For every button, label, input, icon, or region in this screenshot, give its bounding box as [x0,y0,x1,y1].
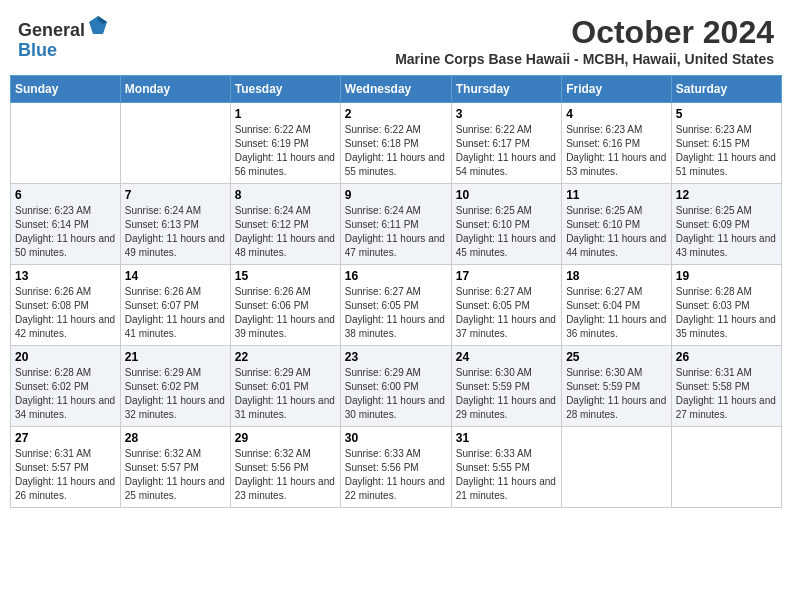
weekday-header-sunday: Sunday [11,76,121,103]
day-cell-5: 5Sunrise: 6:23 AMSunset: 6:15 PMDaylight… [671,103,781,184]
day-info: Sunrise: 6:29 AMSunset: 6:02 PMDaylight:… [125,366,226,422]
day-info: Sunrise: 6:23 AMSunset: 6:16 PMDaylight:… [566,123,667,179]
logo-blue-text: Blue [18,40,57,60]
calendar-table: SundayMondayTuesdayWednesdayThursdayFrid… [10,75,782,508]
day-number: 28 [125,431,226,445]
empty-cell [562,427,672,508]
day-number: 2 [345,107,447,121]
day-cell-6: 6Sunrise: 6:23 AMSunset: 6:14 PMDaylight… [11,184,121,265]
day-info: Sunrise: 6:27 AMSunset: 6:05 PMDaylight:… [456,285,557,341]
day-cell-22: 22Sunrise: 6:29 AMSunset: 6:01 PMDayligh… [230,346,340,427]
day-number: 21 [125,350,226,364]
day-info: Sunrise: 6:22 AMSunset: 6:18 PMDaylight:… [345,123,447,179]
day-number: 7 [125,188,226,202]
empty-cell [11,103,121,184]
day-number: 29 [235,431,336,445]
day-number: 30 [345,431,447,445]
day-cell-1: 1Sunrise: 6:22 AMSunset: 6:19 PMDaylight… [230,103,340,184]
day-info: Sunrise: 6:31 AMSunset: 5:57 PMDaylight:… [15,447,116,503]
day-number: 10 [456,188,557,202]
day-number: 12 [676,188,777,202]
day-cell-23: 23Sunrise: 6:29 AMSunset: 6:00 PMDayligh… [340,346,451,427]
empty-cell [120,103,230,184]
week-row-3: 13Sunrise: 6:26 AMSunset: 6:08 PMDayligh… [11,265,782,346]
day-number: 3 [456,107,557,121]
day-cell-3: 3Sunrise: 6:22 AMSunset: 6:17 PMDaylight… [451,103,561,184]
day-number: 27 [15,431,116,445]
week-row-4: 20Sunrise: 6:28 AMSunset: 6:02 PMDayligh… [11,346,782,427]
day-cell-7: 7Sunrise: 6:24 AMSunset: 6:13 PMDaylight… [120,184,230,265]
day-cell-24: 24Sunrise: 6:30 AMSunset: 5:59 PMDayligh… [451,346,561,427]
day-cell-15: 15Sunrise: 6:26 AMSunset: 6:06 PMDayligh… [230,265,340,346]
day-number: 24 [456,350,557,364]
day-info: Sunrise: 6:33 AMSunset: 5:55 PMDaylight:… [456,447,557,503]
weekday-header-thursday: Thursday [451,76,561,103]
day-cell-26: 26Sunrise: 6:31 AMSunset: 5:58 PMDayligh… [671,346,781,427]
weekday-header-monday: Monday [120,76,230,103]
weekday-header-row: SundayMondayTuesdayWednesdayThursdayFrid… [11,76,782,103]
day-info: Sunrise: 6:26 AMSunset: 6:06 PMDaylight:… [235,285,336,341]
day-number: 17 [456,269,557,283]
day-number: 15 [235,269,336,283]
day-number: 1 [235,107,336,121]
day-number: 9 [345,188,447,202]
day-cell-27: 27Sunrise: 6:31 AMSunset: 5:57 PMDayligh… [11,427,121,508]
day-cell-31: 31Sunrise: 6:33 AMSunset: 5:55 PMDayligh… [451,427,561,508]
weekday-header-tuesday: Tuesday [230,76,340,103]
day-cell-14: 14Sunrise: 6:26 AMSunset: 6:07 PMDayligh… [120,265,230,346]
day-cell-19: 19Sunrise: 6:28 AMSunset: 6:03 PMDayligh… [671,265,781,346]
day-cell-30: 30Sunrise: 6:33 AMSunset: 5:56 PMDayligh… [340,427,451,508]
day-number: 16 [345,269,447,283]
day-number: 20 [15,350,116,364]
day-info: Sunrise: 6:32 AMSunset: 5:56 PMDaylight:… [235,447,336,503]
day-info: Sunrise: 6:28 AMSunset: 6:02 PMDaylight:… [15,366,116,422]
day-info: Sunrise: 6:27 AMSunset: 6:04 PMDaylight:… [566,285,667,341]
day-info: Sunrise: 6:26 AMSunset: 6:07 PMDaylight:… [125,285,226,341]
week-row-2: 6Sunrise: 6:23 AMSunset: 6:14 PMDaylight… [11,184,782,265]
day-number: 5 [676,107,777,121]
day-number: 8 [235,188,336,202]
day-number: 31 [456,431,557,445]
day-info: Sunrise: 6:27 AMSunset: 6:05 PMDaylight:… [345,285,447,341]
day-cell-18: 18Sunrise: 6:27 AMSunset: 6:04 PMDayligh… [562,265,672,346]
day-info: Sunrise: 6:32 AMSunset: 5:57 PMDaylight:… [125,447,226,503]
day-info: Sunrise: 6:30 AMSunset: 5:59 PMDaylight:… [456,366,557,422]
day-cell-28: 28Sunrise: 6:32 AMSunset: 5:57 PMDayligh… [120,427,230,508]
day-info: Sunrise: 6:26 AMSunset: 6:08 PMDaylight:… [15,285,116,341]
weekday-header-wednesday: Wednesday [340,76,451,103]
week-row-5: 27Sunrise: 6:31 AMSunset: 5:57 PMDayligh… [11,427,782,508]
day-cell-21: 21Sunrise: 6:29 AMSunset: 6:02 PMDayligh… [120,346,230,427]
day-cell-4: 4Sunrise: 6:23 AMSunset: 6:16 PMDaylight… [562,103,672,184]
day-cell-16: 16Sunrise: 6:27 AMSunset: 6:05 PMDayligh… [340,265,451,346]
weekday-header-saturday: Saturday [671,76,781,103]
day-number: 13 [15,269,116,283]
day-cell-29: 29Sunrise: 6:32 AMSunset: 5:56 PMDayligh… [230,427,340,508]
day-number: 25 [566,350,667,364]
day-info: Sunrise: 6:28 AMSunset: 6:03 PMDaylight:… [676,285,777,341]
day-info: Sunrise: 6:23 AMSunset: 6:14 PMDaylight:… [15,204,116,260]
day-number: 22 [235,350,336,364]
week-row-1: 1Sunrise: 6:22 AMSunset: 6:19 PMDaylight… [11,103,782,184]
page-header: General Blue October 2024 Marine Corps B… [10,10,782,71]
logo-general-text: General [18,20,85,40]
day-info: Sunrise: 6:22 AMSunset: 6:17 PMDaylight:… [456,123,557,179]
title-block: October 2024 Marine Corps Base Hawaii - … [395,14,774,67]
month-title: October 2024 [395,14,774,51]
weekday-header-friday: Friday [562,76,672,103]
day-cell-9: 9Sunrise: 6:24 AMSunset: 6:11 PMDaylight… [340,184,451,265]
day-cell-2: 2Sunrise: 6:22 AMSunset: 6:18 PMDaylight… [340,103,451,184]
day-cell-20: 20Sunrise: 6:28 AMSunset: 6:02 PMDayligh… [11,346,121,427]
day-cell-8: 8Sunrise: 6:24 AMSunset: 6:12 PMDaylight… [230,184,340,265]
day-info: Sunrise: 6:25 AMSunset: 6:09 PMDaylight:… [676,204,777,260]
day-info: Sunrise: 6:33 AMSunset: 5:56 PMDaylight:… [345,447,447,503]
day-cell-13: 13Sunrise: 6:26 AMSunset: 6:08 PMDayligh… [11,265,121,346]
calendar-subtitle: Marine Corps Base Hawaii - MCBH, Hawaii,… [395,51,774,67]
day-number: 18 [566,269,667,283]
day-cell-11: 11Sunrise: 6:25 AMSunset: 6:10 PMDayligh… [562,184,672,265]
day-info: Sunrise: 6:25 AMSunset: 6:10 PMDaylight:… [456,204,557,260]
day-number: 11 [566,188,667,202]
day-info: Sunrise: 6:30 AMSunset: 5:59 PMDaylight:… [566,366,667,422]
day-info: Sunrise: 6:24 AMSunset: 6:12 PMDaylight:… [235,204,336,260]
empty-cell [671,427,781,508]
day-info: Sunrise: 6:29 AMSunset: 6:00 PMDaylight:… [345,366,447,422]
